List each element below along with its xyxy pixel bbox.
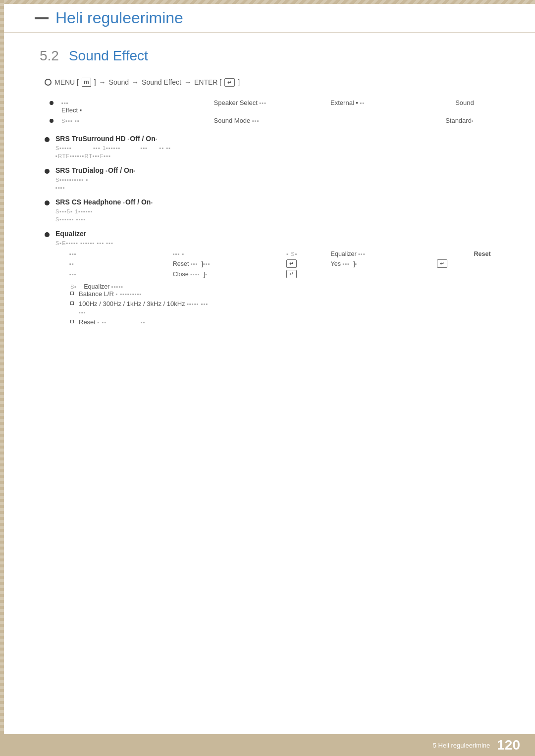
eq-r3-close: Close ▪▪▪▪ ]▪ <box>170 269 284 279</box>
bullet-eq <box>45 232 50 237</box>
eq-table: ▪▪▪ ▪▪▪ ▪ ▪ S▪ Equalizer ▪▪▪ Reset ▪▪ Re… <box>66 250 494 279</box>
srs2-sub1: S▪▪▪▪▪▪▪▪▪▪ ▪ <box>55 176 505 183</box>
info-row1-right: Sound <box>408 98 478 115</box>
eq-row2: ▪▪ Reset ▪▪▪ ]▪▪▪ ↵ Yes ▪▪▪ ]▪ ↵ <box>66 258 494 269</box>
footer-chapter: 5 Heli reguleerimine <box>433 742 490 749</box>
eq-r3-label: ▪▪▪ <box>66 269 170 279</box>
section-number: 5.2 <box>40 48 59 64</box>
page-title: Heli reguleerimine <box>55 9 183 27</box>
info-row-2: S▪▪▪ ▪▪ Sound Mode ▪▪▪ Standard▪ <box>50 115 478 126</box>
info-row1-external: External ▪ ▪▪ <box>326 98 408 115</box>
srs3-note: S▪▪▪▪▪▪ ▪▪▪▪ <box>55 216 505 223</box>
srs2-content: SRS TruDialog ▪Off / On▪ S▪▪▪▪▪▪▪▪▪▪ ▪ ▪… <box>55 166 505 191</box>
sub-label-reset: Reset ▪ ▪▪ ▪▪ <box>79 318 146 326</box>
srs2-note: ▪▪▪▪ <box>55 184 505 191</box>
srs3-sub1: S▪▪▪5▪ 1▪▪▪▪▪▪ <box>55 208 505 215</box>
body-section: SRS TruSurround HD ▪Off / On▪ S▪▪▪▪▪ ▪▪▪… <box>45 135 505 328</box>
sub-item-reset: Reset ▪ ▪▪ ▪▪ <box>70 318 505 326</box>
info-row2-right: Standard▪ <box>408 115 478 126</box>
eq-r1-reset: Reset <box>434 250 493 258</box>
srs3-content: SRS CS Headphone ▪Off / On▪ S▪▪▪5▪ 1▪▪▪▪… <box>55 198 505 223</box>
sub-label-hz-note: ▪▪▪ <box>79 308 208 316</box>
menu-path: MENU [ m ] → Sound → Sound Effect → ENTE… <box>45 78 505 87</box>
eq-sub1: S▪E▪▪▪▪▪ ▪▪▪▪▪▪ ▪▪▪ ▪▪▪ <box>55 240 505 247</box>
eq-r3-enter: ↵ <box>283 269 327 279</box>
footer-page-number: 120 <box>497 737 520 753</box>
sub-label-hz: 100Hz / 300Hz / 1kHz / 3kHz / 10kHz ▪▪▪▪… <box>79 300 208 307</box>
item-srs-trudialog: SRS TruDialog ▪Off / On▪ S▪▪▪▪▪▪▪▪▪▪ ▪ ▪… <box>45 166 505 191</box>
eq-r2-label: ▪▪ <box>66 258 170 269</box>
section-title: Sound Effect <box>69 48 148 64</box>
sq-bullet-2 <box>70 302 74 305</box>
sub-label-balance: Balance L/R ▪ ▪▪▪▪▪▪▪▪▪ <box>79 290 142 298</box>
eq-r2-enter2: ↵ <box>434 258 493 269</box>
srs2-title: SRS TruDialog ▪Off / On▪ <box>55 166 505 174</box>
menu-circle-icon <box>45 79 52 86</box>
enter-icon-3: ↵ <box>286 270 297 278</box>
main-content: 5.2 Sound Effect MENU [ m ] → Sound → So… <box>0 33 535 375</box>
info-row1-speaker-select: Speaker Select ▪▪▪ <box>210 98 326 115</box>
arrow-2: → <box>132 78 139 86</box>
bullet-2 <box>50 119 54 123</box>
menu-step-effect: Sound Effect <box>142 78 181 86</box>
bullet-srs3 <box>45 201 50 205</box>
enter-icon-1: ↵ <box>286 259 297 268</box>
eq-content: Equalizer S▪E▪▪▪▪▪ ▪▪▪▪▪▪ ▪▪▪ ▪▪▪ ▪▪▪ ▪▪… <box>55 230 505 328</box>
sq-bullet-1 <box>70 292 74 295</box>
info-row2-label: S▪▪▪ ▪▪ <box>57 115 210 126</box>
srs1-title: SRS TruSurround HD ▪Off / On▪ <box>55 135 505 143</box>
eq-r1-mid1: ▪▪▪ ▪ <box>170 250 284 258</box>
sub-item-balance: Balance L/R ▪ ▪▪▪▪▪▪▪▪▪ <box>70 290 505 298</box>
effect-label: Effect ▪ <box>61 106 82 114</box>
eq-r1-label: ▪▪▪ <box>66 250 170 258</box>
item-srs-headphone: SRS CS Headphone ▪Off / On▪ S▪▪▪5▪ 1▪▪▪▪… <box>45 198 505 223</box>
eq-r2-reset: Reset ▪▪▪ ]▪▪▪ <box>170 258 284 269</box>
eq-sub-line: S▪ Equalizer ▪▪▪▪▪ <box>70 283 505 290</box>
enter-icon: ↵ <box>224 78 235 87</box>
enter-icon-2: ↵ <box>437 259 447 268</box>
srs1-note: ▪RTF▪▪▪▪▪▪RT▪▪▪F▪▪▪ <box>55 152 505 159</box>
info-row2-sound-mode: Sound Mode ▪▪▪ <box>210 115 326 126</box>
arrow-3: → <box>184 78 191 86</box>
eq-r1-eq-label: Equalizer ▪▪▪ <box>328 250 434 258</box>
menu-label: MENU [ <box>54 78 79 86</box>
eq-row3: ▪▪▪ Close ▪▪▪▪ ]▪ ↵ <box>66 269 494 279</box>
left-accent-bar <box>0 0 4 756</box>
item-equalizer: Equalizer S▪E▪▪▪▪▪ ▪▪▪▪▪▪ ▪▪▪ ▪▪▪ ▪▪▪ ▪▪… <box>45 230 505 328</box>
menu-step-sound: Sound <box>109 78 129 86</box>
sub-item-hz: 100Hz / 300Hz / 1kHz / 3kHz / 10kHz ▪▪▪▪… <box>70 300 505 316</box>
info-row-1: ▪▪▪ Effect ▪ Speaker Select ▪▪▪ External… <box>50 98 478 115</box>
bullet-srs1 <box>45 137 50 142</box>
page-header: Heli reguleerimine <box>0 0 535 33</box>
info-table: ▪▪▪ Effect ▪ Speaker Select ▪▪▪ External… <box>50 98 478 126</box>
bullet-1 <box>50 101 54 105</box>
menu-m-icon: m <box>82 78 91 87</box>
eq-r1-mid2: ▪ S▪ <box>283 250 327 258</box>
top-accent-bar <box>0 0 535 4</box>
menu-enter-label: ENTER [ <box>194 78 221 86</box>
info-row1-label: ▪▪▪ Effect ▪ <box>57 98 210 115</box>
menu-bracket-end: ] <box>238 78 240 86</box>
srs1-content: SRS TruSurround HD ▪Off / On▪ S▪▪▪▪▪ ▪▪▪… <box>55 135 505 159</box>
eq-r2-enter1: ↵ <box>283 258 327 269</box>
header-icon <box>35 17 49 19</box>
item-srs-trusurround: SRS TruSurround HD ▪Off / On▪ S▪▪▪▪▪ ▪▪▪… <box>45 135 505 159</box>
eq-r2-yes: Yes ▪▪▪ ]▪ <box>328 258 434 269</box>
srs1-sub1: S▪▪▪▪▪ ▪▪▪ 1▪▪▪▪▪▪ ▪▪▪ ▪▪ ▪▪ <box>55 145 505 151</box>
bullet-srs2 <box>45 169 50 174</box>
page-footer: 5 Heli reguleerimine 120 <box>0 734 535 756</box>
menu-bracket-close: ] <box>94 78 96 86</box>
eq-row1: ▪▪▪ ▪▪▪ ▪ ▪ S▪ Equalizer ▪▪▪ Reset <box>66 250 494 258</box>
sq-bullet-3 <box>70 320 74 323</box>
eq-title: Equalizer <box>55 230 505 238</box>
section-header: 5.2 Sound Effect <box>40 48 505 64</box>
arrow-1: → <box>99 78 106 86</box>
srs3-title: SRS CS Headphone ▪Off / On▪ <box>55 198 505 206</box>
